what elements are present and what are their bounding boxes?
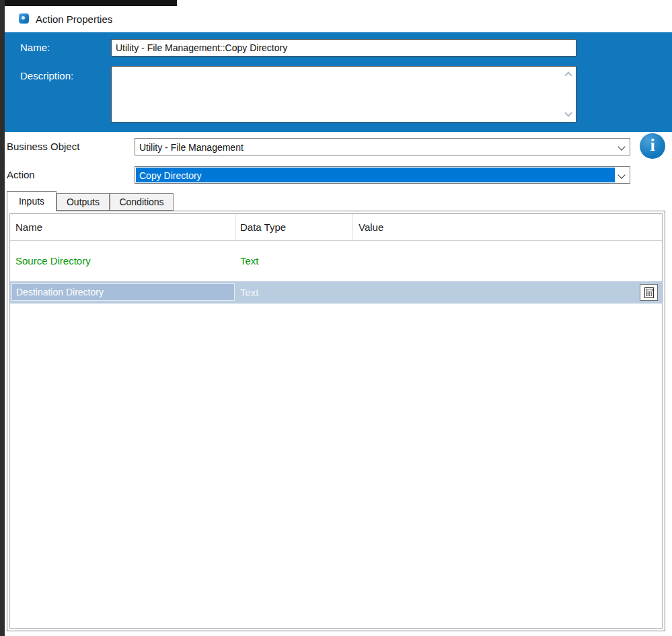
row-name-edit-cell[interactable]: Destination Directory (11, 283, 235, 301)
tab-conditions[interactable]: Conditions (110, 193, 174, 211)
background-window-edge-left (0, 0, 5, 636)
header-data-type: Data Type (240, 214, 286, 241)
parameters-grid: Name Data Type Value Source Directory Te… (9, 213, 663, 629)
table-row-source-directory[interactable]: Source Directory Text (10, 241, 662, 281)
info-icon[interactable]: i (640, 133, 665, 159)
column-divider (352, 214, 352, 240)
business-object-value: Utility - File Management (136, 139, 615, 154)
name-input[interactable] (111, 39, 576, 57)
action-value: Copy Directory (136, 168, 615, 182)
description-textarea[interactable] (112, 67, 576, 122)
column-divider (235, 214, 235, 240)
tab-outputs[interactable]: Outputs (57, 193, 110, 211)
chevron-down-icon[interactable] (618, 171, 625, 178)
name-label: Name: (20, 39, 50, 57)
header-value: Value (359, 214, 383, 241)
action-properties-icon (19, 13, 29, 24)
dialog-title: Action Properties (36, 6, 112, 32)
business-object-dropdown[interactable]: Utility - File Management (135, 138, 630, 155)
header-banner: Name: Description: (5, 32, 672, 132)
background-window-edge-top (0, 0, 177, 6)
description-field-wrapper (111, 66, 576, 122)
table-row-destination-directory[interactable]: Destination Directory Text (10, 281, 662, 304)
action-dropdown[interactable]: Copy Directory (135, 166, 630, 184)
grid-header-row: Name Data Type Value (10, 214, 662, 241)
calculator-icon (643, 287, 655, 299)
row-data-type-cell: Text (240, 241, 259, 281)
expression-editor-button[interactable] (640, 284, 658, 301)
business-object-label: Business Object (7, 138, 79, 155)
row-name-cell: Source Directory (15, 241, 91, 281)
header-name: Name (15, 214, 42, 241)
row-data-type-cell: Text (240, 281, 259, 304)
action-label: Action (7, 166, 35, 184)
dialog-titlebar: Action Properties (5, 6, 672, 32)
inputs-tab-panel: Name Data Type Value Source Directory Te… (7, 211, 665, 631)
action-properties-dialog: Action Properties Name: Description: Bus… (0, 0, 672, 636)
description-label: Description: (20, 67, 73, 85)
tab-inputs[interactable]: Inputs (7, 191, 57, 211)
chevron-down-icon[interactable] (618, 143, 625, 150)
